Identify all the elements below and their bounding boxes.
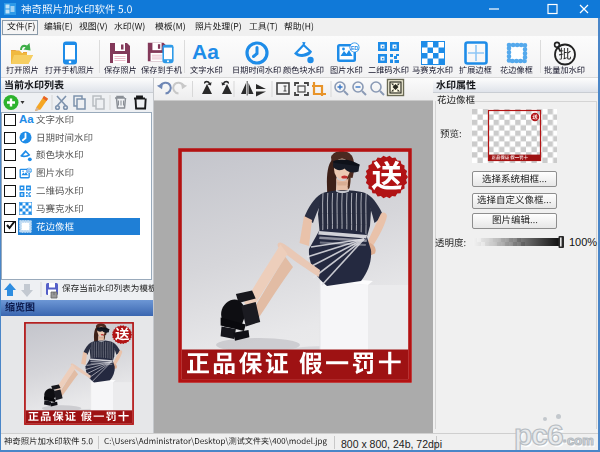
svg-text:ED: ED xyxy=(351,45,359,51)
